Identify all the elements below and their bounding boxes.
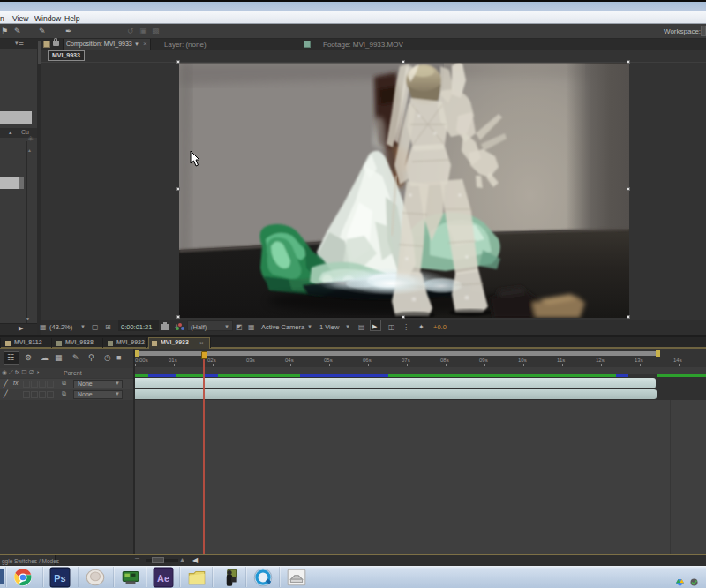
svg-text:Ae: Ae — [157, 573, 169, 584]
svg-text:Ps: Ps — [54, 573, 65, 584]
